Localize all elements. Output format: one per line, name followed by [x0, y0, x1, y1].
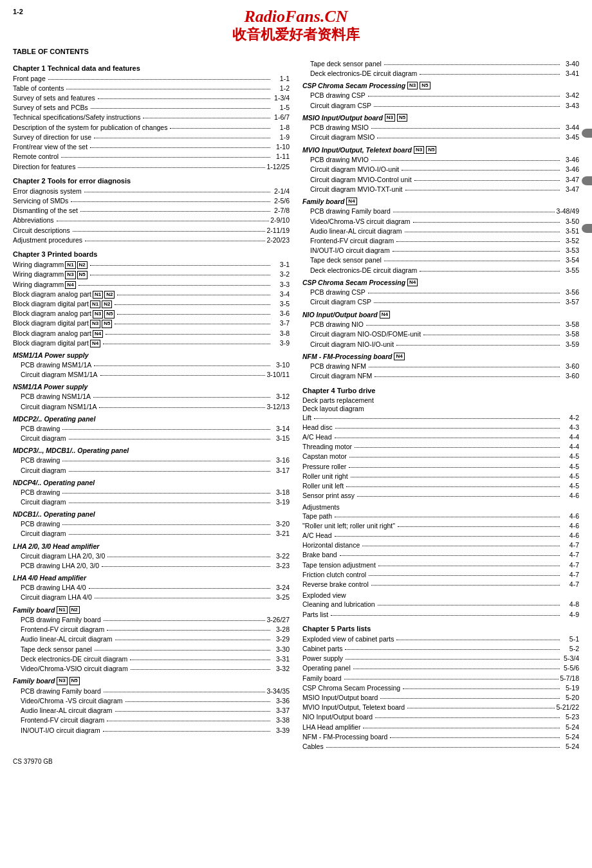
- family-board-n1n2: Family boardN1N2PCB drawing Family board…: [13, 606, 290, 674]
- toc-label: Audio linear-AL circuit diagram: [310, 226, 403, 236]
- toc-label: PCB drawing MSM1/1A: [21, 360, 93, 370]
- family-board-n3n5: Family boardN3N5PCB drawing Family board…: [13, 677, 290, 735]
- csp-n4-item: PCB drawing CSP3-56: [302, 288, 579, 297]
- toc-label: PCB drawing LHA 2/0, 3/0: [21, 561, 100, 571]
- toc-label: Wiring diagrammN1N2: [13, 260, 89, 270]
- toc-dots: [363, 728, 560, 728]
- toc-item: PCB drawing NSM1/1A3-12: [21, 392, 290, 402]
- subsection-label: MDCP3/.., MDCB1/.. Operating panel: [13, 447, 290, 454]
- toc-item: NFM - FM-Processing board5-24: [302, 732, 579, 742]
- msio-item: Circuit diagram MSIO3-45: [302, 133, 579, 142]
- adjustments-label: Adjustments: [302, 503, 579, 511]
- toc-label: NIO Input/Output board: [302, 712, 374, 722]
- toc-item: CSP Chroma Secam Processing5-19: [302, 683, 579, 693]
- family-n1n2-item: Audio linear-AL circuit diagram3-29: [13, 634, 290, 644]
- toc-item: Description of the system for publicatio…: [13, 123, 290, 133]
- toc-dots: [349, 457, 560, 457]
- toc-page: 4-7: [561, 570, 579, 580]
- toc-dots: [117, 295, 270, 295]
- toc-label: "Roller unit left; roller unit right": [302, 521, 396, 531]
- toc-dots: [371, 128, 560, 129]
- family-n3n5-item: Audio linear-AL circuit diagram3-37: [13, 706, 290, 716]
- toc-item: PCB drawing3-16: [21, 456, 290, 465]
- toc-page: 3-41: [561, 69, 579, 78]
- toc-item: NIO Input/Output board5-23: [302, 712, 579, 722]
- toc-item: Audio linear-AL circuit diagram3-37: [21, 706, 290, 716]
- toc-item: Operating panel5-5/6: [302, 663, 579, 673]
- toc-item: Wiring diagrammN3N53-2: [13, 270, 290, 279]
- toc-page: 2-11/19: [266, 226, 290, 235]
- family-n4-item: Audio linear-AL circuit diagram3-51: [302, 226, 579, 236]
- toc-item: PCB drawing Family board3-34/35: [21, 687, 290, 696]
- subsection-items: Circuit diagram3-17: [13, 466, 290, 476]
- toc-label: Family board: [302, 674, 343, 683]
- subsection-name: CSP Chroma Secam Processing: [302, 279, 405, 286]
- toc-label: Circuit diagram LHA 2/0, 3/0: [21, 551, 106, 561]
- toc-item: Adjustment procedures2-20/23: [13, 235, 290, 245]
- subsection-name: NSM1/1A Power supply: [13, 383, 88, 391]
- toc-dots: [371, 585, 560, 586]
- toc-page: 3-22: [272, 551, 290, 561]
- toc-dots: [99, 407, 265, 408]
- toc-page: 3-36: [272, 696, 290, 706]
- toc-item: PCB drawing LHA 2/0, 3/03-23: [21, 561, 290, 571]
- toc-label: PCB drawing MSIO: [310, 123, 370, 133]
- nio-item: PCB drawing NIO3-58: [302, 320, 579, 329]
- toc-dots: [102, 566, 270, 567]
- toc-item: Servicing of SMDs2-5/6: [13, 196, 290, 206]
- toc-label: Deck electronics-DE circuit diagram: [21, 654, 129, 664]
- subsection-items: Circuit diagram NSM1/1A3-12/13: [13, 402, 290, 412]
- csp-n3n5-item: Circuit diagram CSP3-43: [302, 101, 579, 111]
- toc-label: Power supply: [302, 654, 344, 663]
- toc-dots: [90, 147, 270, 148]
- toc-label: Operating panel: [302, 663, 352, 673]
- toc-page: 3-26/27: [266, 615, 290, 625]
- subsection-items: PCB drawing3-16: [13, 456, 290, 465]
- toc-item: PCB drawing CSP3-56: [310, 288, 579, 297]
- toc-dots: [353, 669, 560, 669]
- toc-page: 3-45: [561, 133, 579, 142]
- badge: N3: [90, 320, 100, 328]
- toc-label: MVIO Input/Output, Teletext board: [302, 703, 406, 712]
- nio-item: Circuit diagram NIO-I/O-unit3-59: [302, 340, 579, 349]
- toc-item: Circuit diagram NIO-OSD/FOME-unit3-58: [310, 329, 579, 339]
- badge: N4: [394, 353, 404, 360]
- toc-dots: [125, 701, 270, 702]
- subsection-name: CSP Chroma Secam Processing: [302, 82, 405, 89]
- toc-item: Pressure roller4-5: [302, 462, 579, 472]
- toc-item: Survey of sets and features1-3/4: [13, 93, 290, 103]
- toc-dots: [115, 304, 270, 305]
- toc-label: Circuit diagram: [21, 497, 68, 507]
- toc-item: Deck electronics-DE circuit diagram3-41: [310, 69, 579, 78]
- toc-label: Block diagram digital partN3N5: [13, 319, 113, 328]
- subsection-name: Family board: [13, 677, 55, 685]
- toc-dots: [340, 555, 560, 556]
- toc-page: 3-16: [272, 456, 290, 465]
- toc-page: 3-52: [561, 236, 579, 246]
- mvio-item: Circuit diagram MVIO-I/O-unit3-46: [302, 165, 579, 174]
- toc-page: 1-3/4: [272, 93, 290, 103]
- toc-dots: [94, 365, 270, 366]
- toc-item: Roller unit left4-5: [302, 481, 579, 491]
- toc-item: PCB drawing MVIO3-46: [310, 155, 579, 165]
- toc-label: Roller unit left: [302, 481, 345, 491]
- toc-dots: [66, 89, 270, 89]
- toc-page: 3-34/35: [266, 687, 290, 696]
- toc-label: Pressure roller: [302, 462, 347, 472]
- toc-label: Deck electronics-DE circuit diagram: [310, 266, 418, 275]
- toc-item: LHA Head amplifier5-24: [302, 723, 579, 732]
- toc-page: 3-14: [272, 424, 290, 434]
- toc-item: Tape deck sensor panel3-30: [21, 645, 290, 654]
- left-column: Chapter 1 Technical data and features Fr…: [13, 59, 290, 752]
- toc-dots: [390, 737, 560, 738]
- badge: N4: [407, 279, 418, 286]
- badge: N3: [385, 114, 395, 122]
- right-top-items: Tape deck sensor panel3-40Deck electroni…: [302, 59, 579, 78]
- toc-page: 3-5: [272, 299, 290, 309]
- csp-n3n5: CSP Chroma Secam ProcessingN3N5PCB drawi…: [302, 82, 579, 111]
- toc-page: 2-9/10: [270, 216, 290, 225]
- toc-dots: [414, 180, 560, 181]
- toc-label: Circuit diagram NIO-I/O-unit: [310, 340, 395, 349]
- subsection-name: NIO Input/Output board: [302, 311, 378, 319]
- toc-dots: [374, 302, 560, 303]
